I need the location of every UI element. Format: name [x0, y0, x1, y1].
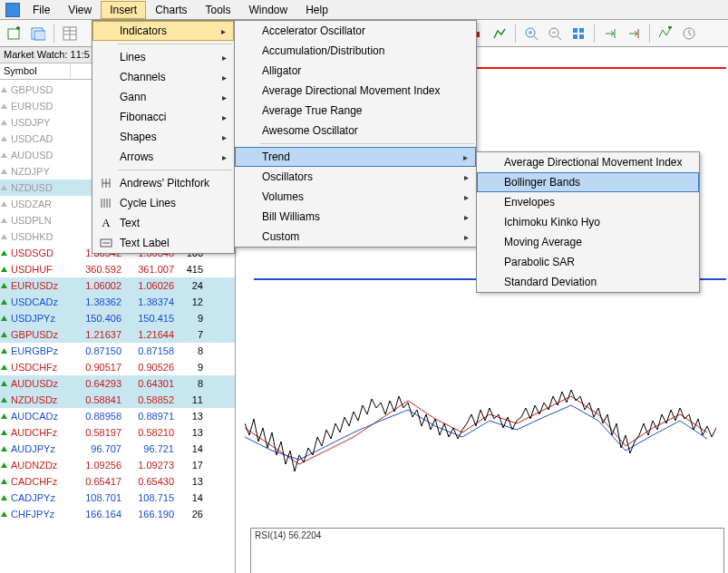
menu-item-bill-williams[interactable]: Bill Williams: [235, 207, 476, 227]
menu-tools[interactable]: Tools: [197, 1, 240, 19]
direction-icon: [0, 266, 11, 274]
new-chart-button[interactable]: [4, 24, 25, 44]
shift-end-button[interactable]: [599, 24, 621, 44]
direction-icon: [0, 200, 11, 209]
menu-item-average-directional-movement-index[interactable]: Average Directional Movement Index: [477, 152, 699, 172]
menu-item-text-label[interactable]: Text Label: [92, 233, 234, 253]
svg-rect-9: [579, 28, 584, 33]
menu-item-label: Oscillators: [262, 170, 313, 183]
menu-item-indicators[interactable]: Indicators: [92, 21, 234, 41]
autoscroll-button[interactable]: [623, 24, 645, 44]
spread: 13: [174, 411, 203, 422]
menu-item-lines[interactable]: Lines: [92, 47, 234, 67]
bid-price: 96.707: [69, 443, 121, 454]
indicators-button[interactable]: [655, 24, 676, 44]
svg-rect-11: [579, 34, 584, 39]
menu-window[interactable]: Window: [240, 1, 297, 19]
menu-view[interactable]: View: [59, 1, 101, 19]
symbol-row[interactable]: AUDNZDz1.092561.0927317: [0, 457, 235, 473]
menu-item-moving-average[interactable]: Moving Average: [477, 232, 699, 252]
ask-price: 1.38374: [121, 296, 174, 307]
menu-item-standard-deviation[interactable]: Standard Deviation: [477, 272, 699, 292]
menu-item-label: Arrows: [120, 151, 153, 163]
column-symbol[interactable]: Symbol: [0, 63, 71, 79]
symbol-row[interactable]: USDJPYz150.406150.4159: [0, 310, 235, 326]
menu-item-shapes[interactable]: Shapes: [92, 127, 234, 147]
menu-item-envelopes[interactable]: Envelopes: [477, 192, 699, 212]
spread: 14: [174, 443, 203, 454]
profiles-button[interactable]: [27, 24, 49, 44]
menu-item-fibonacci[interactable]: Fibonacci: [92, 107, 234, 127]
menu-item-cycle-lines[interactable]: Cycle Lines: [92, 193, 234, 213]
menu-item-average-directional-movement-index[interactable]: Average Directional Movement Index: [235, 81, 476, 101]
menu-item-alligator[interactable]: Alligator: [235, 61, 476, 81]
menu-item-label: Volumes: [262, 190, 304, 203]
ask-price: 166.190: [121, 509, 174, 520]
direction-icon: [0, 347, 11, 355]
symbol-row[interactable]: USDCHFz0.905170.905269: [0, 359, 235, 375]
menu-item-andrews-pitchfork[interactable]: Andrews' Pitchfork: [92, 173, 234, 193]
market-watch-button[interactable]: [59, 24, 81, 44]
menu-item-text[interactable]: AText: [92, 213, 234, 233]
periods-button[interactable]: [678, 24, 700, 44]
symbol-name: USDSGD: [11, 248, 69, 258]
tile-windows-button[interactable]: [568, 24, 589, 44]
spread: 12: [174, 296, 203, 307]
menu-item-accumulation-distribution[interactable]: Accumulation/Distribution: [235, 41, 476, 61]
symbol-name: USDZAR: [11, 199, 69, 209]
direction-icon: [0, 282, 11, 290]
svg-rect-2: [34, 31, 45, 40]
symbol-row[interactable]: NZDUSDz0.588410.5885211: [0, 392, 235, 408]
direction-icon: [0, 135, 11, 143]
menu-item-oscillators[interactable]: Oscillators: [235, 167, 476, 187]
menu-item-arrows[interactable]: Arrows: [92, 147, 234, 167]
menu-item-label: Bill Williams: [262, 210, 320, 223]
direction-icon: [0, 510, 11, 519]
symbol-row[interactable]: EURGBPz0.871500.871588: [0, 343, 235, 359]
direction-icon: [0, 364, 11, 372]
menu-help[interactable]: Help: [296, 1, 337, 19]
bid-price: 0.64293: [69, 378, 121, 389]
symbol-name: USDPLN: [11, 215, 69, 226]
toolbar-separator: [515, 24, 516, 43]
menu-item-ichimoku-kinko-hyo[interactable]: Ichimoku Kinko Hyo: [477, 212, 699, 232]
symbol-row[interactable]: CADCHFz0.654170.6543013: [0, 473, 235, 490]
menu-insert[interactable]: Insert: [101, 1, 146, 19]
symbol-row[interactable]: GBPUSDz1.216371.216447: [0, 326, 235, 343]
menu-item-gann[interactable]: Gann: [92, 87, 234, 107]
menu-item-label: Bollinger Bands: [504, 176, 580, 189]
menu-item-awesome-oscillator[interactable]: Awesome Oscillator: [235, 121, 476, 141]
zoom-in-button[interactable]: [520, 24, 542, 44]
menu-item-label: Fibonacci: [120, 111, 166, 123]
app-icon: [5, 3, 20, 17]
symbol-row[interactable]: AUDUSDz0.642930.643018: [0, 375, 235, 392]
symbol-row[interactable]: EURUSDz1.060021.0602624: [0, 277, 235, 294]
symbol-row[interactable]: AUDCADz0.889580.8897113: [0, 408, 235, 424]
symbol-row[interactable]: USDHUF360.592361.007415: [0, 261, 235, 277]
zoom-out-button[interactable]: [544, 24, 566, 44]
svg-rect-0: [8, 29, 19, 39]
menu-item-channels[interactable]: Channels: [92, 67, 234, 87]
symbol-row[interactable]: CADJPYz108.701108.71514: [0, 490, 235, 506]
menu-item-label: Average Directional Movement Index: [262, 84, 441, 97]
menu-item-trend[interactable]: Trend: [235, 147, 476, 167]
menu-file[interactable]: File: [24, 1, 59, 19]
symbol-row[interactable]: AUDCHFz0.581970.5821013: [0, 424, 235, 441]
symbol-row[interactable]: CHFJPYz166.164166.19026: [0, 506, 235, 522]
spread: 11: [174, 394, 203, 405]
menu-item-parabolic-sar[interactable]: Parabolic SAR: [477, 252, 699, 272]
symbol-name: NZDUSD: [11, 182, 69, 193]
menu-item-average-true-range[interactable]: Average True Range: [235, 101, 476, 121]
direction-icon: [0, 380, 11, 388]
rsi-indicator-panel[interactable]: RSI(14) 56.2204: [250, 528, 724, 573]
symbol-row[interactable]: USDCADz1.383621.3837412: [0, 294, 235, 310]
menu-charts[interactable]: Charts: [146, 1, 196, 19]
menu-item-custom[interactable]: Custom: [235, 227, 476, 247]
symbol-row[interactable]: AUDJPYz96.70796.72114: [0, 441, 235, 457]
line-chart-button[interactable]: [489, 24, 510, 44]
menu-item-accelerator-oscillator[interactable]: Accelerator Oscillator: [235, 21, 476, 41]
menu-item-bollinger-bands[interactable]: Bollinger Bands: [477, 172, 699, 192]
menu-item-volumes[interactable]: Volumes: [235, 187, 476, 207]
symbol-name: AUDUSD: [11, 150, 69, 160]
direction-icon: [0, 86, 11, 94]
